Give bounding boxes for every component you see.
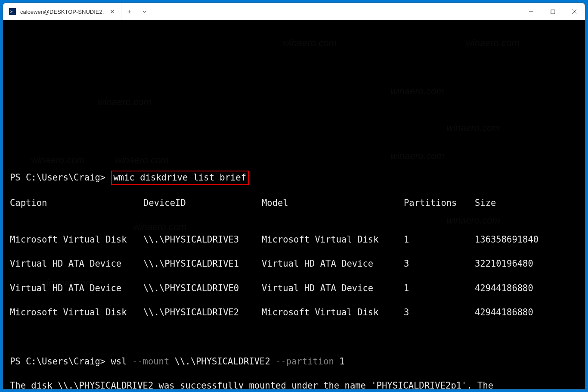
line-prompt-1: PS C:\Users\Craig> wmic diskdrive list b… [10, 171, 578, 184]
tab-dropdown-button[interactable] [137, 3, 152, 20]
new-tab-button[interactable]: + [121, 3, 137, 20]
line-cmd-mount: PS C:\Users\Craig> wsl --mount \\.\PHYSI… [10, 355, 578, 367]
maximize-button[interactable] [542, 3, 563, 20]
table-row: Microsoft Virtual Disk\\.\PHYSICALDRIVE3… [10, 221, 578, 246]
watermark: winaero.com [283, 37, 337, 50]
tab-actions: + [121, 3, 152, 20]
watermark: winaero.com [446, 121, 500, 134]
tab-close-button[interactable]: ✕ [108, 7, 117, 16]
mount-output: The disk \\.\PHYSICALDRIVE2 was successf… [10, 380, 578, 389]
table-row: Virtual HD ATA Device\\.\PHYSICALDRIVE0V… [10, 270, 578, 295]
watermark: winaero.com [115, 154, 169, 167]
titlebar[interactable]: >_ caloewen@DESKTOP-SNUDIE2: ✕ + [3, 3, 585, 20]
table-header: CaptionDeviceIDModelPartitionsSize [10, 197, 578, 209]
table-row: Microsoft Virtual Disk\\.\PHYSICALDRIVE2… [10, 294, 578, 319]
terminal-window: >_ caloewen@DESKTOP-SNUDIE2: ✕ + winaero… [3, 3, 585, 389]
watermark: winaero.com [31, 154, 85, 167]
svg-rect-1 [551, 10, 555, 14]
tab-active[interactable]: >_ caloewen@DESKTOP-SNUDIE2: ✕ [3, 3, 121, 20]
powershell-icon: >_ [9, 8, 16, 15]
watermark: winaero.com [466, 37, 520, 50]
table-row: Virtual HD ATA Device\\.\PHYSICALDRIVE1V… [10, 246, 578, 270]
terminal-content[interactable]: winaero.com winaero.com winaero.com wina… [3, 20, 585, 389]
watermark: winaero.com [390, 149, 444, 162]
watermark: winaero.com [98, 96, 152, 109]
minimize-button[interactable] [520, 3, 542, 20]
window-controls [520, 3, 585, 20]
watermark: winaero.com [390, 85, 444, 98]
highlighted-command: wmic diskdrive list brief [111, 171, 249, 184]
close-button[interactable] [563, 3, 585, 20]
tab-title: caloewen@DESKTOP-SNUDIE2: [20, 9, 104, 15]
